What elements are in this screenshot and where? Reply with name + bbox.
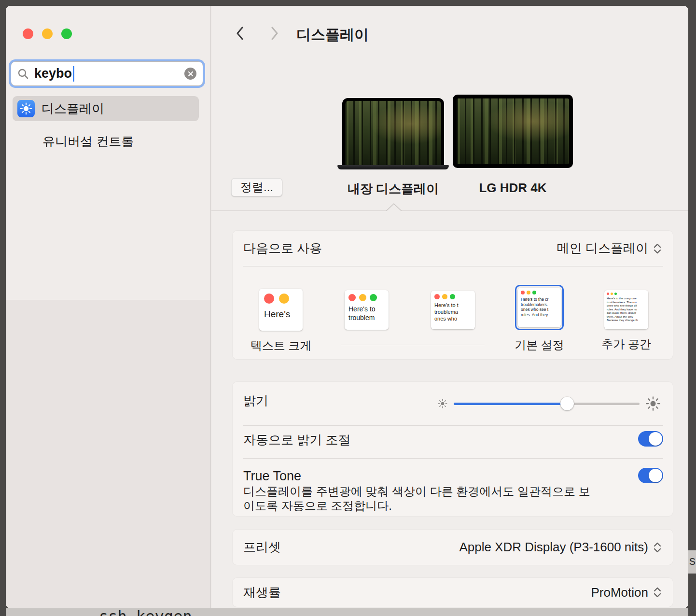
result-label: 유니버설 컨트롤 (42, 133, 134, 150)
builtin-display-thumbnail[interactable] (337, 98, 449, 170)
yellow-dot-icon (359, 294, 366, 301)
chevron-left-icon (236, 27, 244, 40)
red-dot-icon (348, 294, 356, 301)
search-value: keybo (34, 66, 72, 81)
refresh-rate-dropdown[interactable]: ProMotion (591, 585, 663, 600)
refresh-rate-label: 재생률 (243, 584, 281, 601)
background-right-fragment: s (688, 550, 696, 574)
refresh-rate-value: ProMotion (591, 585, 649, 600)
scale-preview-card: Here's (259, 289, 303, 331)
brightness-slider[interactable] (454, 397, 640, 410)
use-as-dropdown[interactable]: 메인 디스플레이 (557, 240, 662, 257)
green-dot-icon (450, 294, 455, 299)
brightness-sun-icon (20, 102, 32, 115)
scale-preview-card: Here's to the crazy one troublemakers. T… (604, 290, 648, 329)
preset-label: 프리셋 (243, 539, 281, 556)
use-as-label: 다음으로 사용 (243, 240, 322, 257)
close-button[interactable] (23, 28, 33, 39)
scale-option-default[interactable]: Here's to the cr troublemakers. ones who… (515, 285, 564, 353)
background-terminal-text: ssh-keygen (99, 608, 192, 616)
brightness-label: 밝기 (243, 392, 268, 409)
yellow-dot-icon (442, 294, 447, 299)
scale-option-label: 추가 공간 (601, 336, 651, 352)
external-display-label: LG HDR 4K (453, 181, 573, 196)
scale-preview-card: Here's to the cr troublemakers. ones who… (518, 288, 561, 327)
red-dot-icon (521, 291, 525, 294)
row-divider (243, 458, 663, 459)
window-controls (23, 28, 72, 39)
brightness-panel: 밝기 (232, 381, 673, 517)
red-dot-icon (607, 293, 609, 295)
preview-text: Here's to t troublema ones who (434, 302, 472, 322)
yellow-dot-icon (611, 293, 613, 295)
external-display-thumbnail[interactable] (453, 95, 573, 168)
system-settings-window: keybo (6, 6, 688, 608)
scale-guide-line (341, 345, 485, 345)
close-icon (188, 71, 194, 77)
preview-text: Here's to the crazy one troublemakers. T… (607, 297, 646, 322)
green-dot-icon (370, 294, 377, 301)
page-title: 디스플레이 (296, 25, 369, 45)
zoom-button[interactable] (61, 28, 72, 39)
forward-button[interactable] (268, 26, 281, 41)
search-result-display[interactable]: 디스플레이 (13, 96, 199, 121)
back-button[interactable] (233, 26, 247, 41)
selected-display-caret (386, 203, 402, 211)
preview-text: Here's (264, 308, 298, 320)
preview-text: Here's to troublem (348, 305, 385, 322)
auto-brightness-label: 자동으로 밝기 조절 (243, 432, 350, 448)
sidebar: keybo (6, 6, 211, 608)
scale-option-more-space[interactable]: Here's to the crazy one troublemakers. T… (604, 290, 648, 352)
green-dot-icon (614, 293, 617, 295)
wallpaper-image (457, 98, 569, 164)
scale-option-3[interactable]: Here's to t troublema ones who (431, 291, 475, 329)
minimize-button[interactable] (42, 28, 53, 39)
toggle-knob (649, 432, 662, 446)
section-divider (211, 210, 688, 211)
brightness-high-icon (646, 396, 660, 411)
preset-panel: 프리셋 Apple XDR Display (P3-1600 nits) (232, 529, 673, 565)
arrange-button[interactable]: 정렬... (231, 178, 282, 196)
macbook-screen (342, 98, 444, 166)
true-tone-toggle[interactable] (638, 468, 663, 483)
window-dots (521, 291, 558, 294)
background-window-fragment: ssh-keygen (6, 608, 688, 616)
refresh-rate-panel: 재생률 ProMotion (232, 577, 673, 607)
brightness-low-icon (438, 399, 447, 408)
yellow-dot-icon (527, 291, 530, 294)
slider-fill (454, 403, 567, 405)
scale-option-label: 텍스트 크게 (251, 338, 312, 353)
chevron-updown-icon (653, 542, 662, 553)
display-settings-icon (17, 100, 35, 117)
display-settings-pane: 디스플레이 정렬... 내장 디스플레이 LG HDR 4K 다음으로 사용 메… (211, 6, 688, 608)
search-result-universal-control[interactable]: 유니버설 컨트롤 (13, 130, 199, 153)
search-input[interactable]: keybo (11, 61, 203, 86)
builtin-display-label: 내장 디스플레이 (337, 181, 449, 197)
chevron-updown-icon (653, 587, 662, 598)
chevron-right-icon (271, 27, 278, 40)
yellow-dot-icon (279, 294, 289, 304)
preset-dropdown[interactable]: Apple XDR Display (P3-1600 nits) (459, 540, 662, 555)
red-dot-icon (434, 294, 440, 299)
background-right-text: s (689, 553, 696, 568)
scale-option-2[interactable]: Here's to troublem (345, 290, 389, 330)
green-dot-icon (532, 291, 536, 294)
window-dots (434, 294, 472, 299)
clear-search-button[interactable] (184, 68, 196, 80)
preset-value: Apple XDR Display (P3-1600 nits) (459, 540, 648, 555)
true-tone-description: 디스플레이를 주변광에 맞춰 색상이 다른 환경에서도 일관적으로 보이도록 자… (243, 484, 596, 513)
brightness-slider-group (438, 382, 660, 425)
result-label: 디스플레이 (42, 100, 104, 117)
text-cursor (73, 66, 74, 82)
row-divider (243, 266, 663, 266)
display-mode-panel: 다음으로 사용 메인 디스플레이 Here's (232, 230, 673, 360)
true-tone-label: True Tone (243, 469, 301, 484)
macbook-base (337, 165, 449, 169)
scale-option-larger-text[interactable]: Here's 텍스트 크게 (259, 289, 303, 353)
slider-knob[interactable] (560, 397, 574, 410)
scale-option-label: 기본 설정 (515, 337, 564, 353)
toggle-knob (649, 469, 662, 482)
sidebar-search-panel: keybo (6, 6, 210, 300)
auto-brightness-toggle[interactable] (638, 431, 663, 447)
scale-preview-card: Here's to t troublema ones who (431, 291, 475, 329)
